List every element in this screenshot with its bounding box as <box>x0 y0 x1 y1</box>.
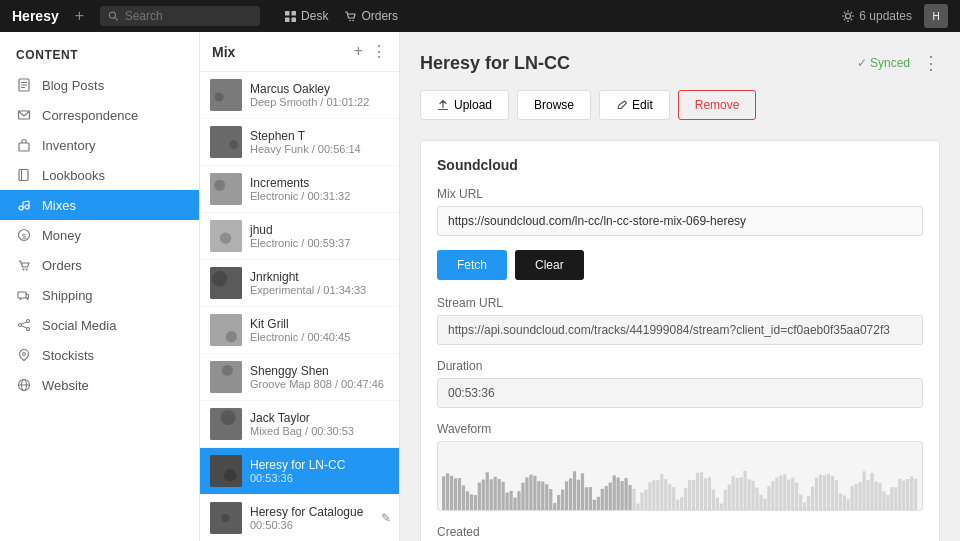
action-bar: Upload Browse Edit Remove <box>420 90 940 120</box>
svg-rect-171 <box>644 490 647 510</box>
sidebar-item-orders[interactable]: Orders <box>0 250 199 280</box>
mix-menu-button[interactable]: ⋮ <box>371 42 387 61</box>
sidebar-label-lookbooks: Lookbooks <box>42 168 105 183</box>
svg-rect-183 <box>668 484 671 510</box>
svg-rect-301 <box>902 480 905 510</box>
updates-indicator[interactable]: 6 updates <box>841 9 912 23</box>
fetch-clear-row: Fetch Clear <box>437 250 923 280</box>
svg-rect-153 <box>609 482 612 510</box>
mix-panel-title: Mix <box>212 44 235 60</box>
mix-list-item[interactable]: jhudElectronic / 00:59:37 <box>200 213 399 260</box>
sidebar-label-stockists: Stockists <box>42 348 94 363</box>
svg-rect-273 <box>847 499 850 510</box>
detail-title: Heresy for LN-CC <box>420 53 570 74</box>
svg-rect-297 <box>894 487 897 510</box>
mix-list-item[interactable]: Marcus OakleyDeep Smooth / 01:01:22 <box>200 72 399 119</box>
clear-button[interactable]: Clear <box>515 250 584 280</box>
mix-list-item[interactable]: JnrknightExperimental / 01:34:33 <box>200 260 399 307</box>
blog-posts-icon <box>16 77 32 93</box>
svg-rect-143 <box>589 487 592 510</box>
detail-panel: Heresy for LN-CC ✓ Synced ⋮ Upload Brows… <box>400 32 960 541</box>
mix-add-button[interactable]: + <box>354 42 363 61</box>
upload-button[interactable]: Upload <box>420 90 509 120</box>
sidebar-item-correspondence[interactable]: Correspondence <box>0 100 199 130</box>
detail-menu-button[interactable]: ⋮ <box>922 52 940 74</box>
sidebar-label-blog-posts: Blog Posts <box>42 78 104 93</box>
sidebar-item-money[interactable]: $ Money <box>0 220 199 250</box>
sidebar-item-shipping[interactable]: Shipping <box>0 280 199 310</box>
mix-url-input[interactable] <box>437 206 923 236</box>
svg-rect-139 <box>581 473 584 510</box>
mix-item-sub: Electronic / 00:31:32 <box>250 190 389 202</box>
svg-rect-141 <box>585 487 588 510</box>
svg-rect-145 <box>593 500 596 510</box>
mix-thumb <box>210 502 242 534</box>
search-input[interactable] <box>125 9 252 23</box>
sidebar-item-blog-posts[interactable]: Blog Posts <box>0 70 199 100</box>
mix-item-info: IncrementsElectronic / 00:31:32 <box>250 176 389 202</box>
svg-rect-299 <box>898 479 901 510</box>
svg-rect-83 <box>470 494 473 510</box>
svg-rect-285 <box>870 473 873 510</box>
mix-item-info: Marcus OakleyDeep Smooth / 01:01:22 <box>250 82 389 108</box>
inventory-icon <box>16 137 32 153</box>
fetch-button[interactable]: Fetch <box>437 250 507 280</box>
svg-rect-289 <box>878 483 881 510</box>
duration-field: Duration <box>437 359 923 408</box>
new-tab-button[interactable]: + <box>75 7 84 25</box>
svg-rect-91 <box>486 472 489 510</box>
mix-item-edit-icon[interactable]: ✎ <box>381 511 391 525</box>
nav-desk[interactable]: Desk <box>284 9 328 23</box>
mix-list-item[interactable]: Heresy for Catalogue00:50:36✎ <box>200 495 399 541</box>
svg-point-17 <box>19 206 23 210</box>
remove-button[interactable]: Remove <box>678 90 757 120</box>
mix-header-actions: + ⋮ <box>354 42 387 61</box>
svg-rect-245 <box>791 478 794 510</box>
svg-rect-293 <box>886 495 889 510</box>
svg-point-51 <box>222 365 233 376</box>
svg-point-30 <box>19 324 22 327</box>
svg-rect-115 <box>533 476 536 510</box>
waveform-svg <box>442 450 918 510</box>
sidebar-item-stockists[interactable]: Stockists <box>0 340 199 370</box>
mix-list-item[interactable]: Stephen THeavy Funk / 00:56:14 <box>200 119 399 166</box>
edit-button[interactable]: Edit <box>599 90 670 120</box>
mix-thumb <box>210 361 242 393</box>
svg-rect-267 <box>835 480 838 510</box>
mix-item-info: JnrknightExperimental / 01:34:33 <box>250 270 389 296</box>
sidebar-item-website[interactable]: Website <box>0 370 199 400</box>
mix-list-item[interactable]: IncrementsElectronic / 00:31:32 <box>200 166 399 213</box>
svg-point-47 <box>212 271 227 286</box>
top-nav: Desk Orders <box>284 9 398 23</box>
svg-rect-243 <box>787 480 790 510</box>
mix-list-item[interactable]: Jack TaylorMixed Bag / 00:30:53 <box>200 401 399 448</box>
avatar[interactable]: H <box>924 4 948 28</box>
sidebar-label-social-media: Social Media <box>42 318 116 333</box>
sidebar-item-lookbooks[interactable]: Lookbooks <box>0 160 199 190</box>
mix-item-sub: Groove Map 808 / 00:47:46 <box>250 378 389 390</box>
mix-list-item[interactable]: Kit GrillElectronic / 00:40:45 <box>200 307 399 354</box>
svg-point-28 <box>27 298 29 300</box>
mix-item-name: Marcus Oakley <box>250 82 389 96</box>
svg-rect-155 <box>613 475 616 510</box>
browse-button[interactable]: Browse <box>517 90 591 120</box>
waveform-label: Waveform <box>437 422 923 436</box>
edit-icon <box>616 100 627 111</box>
svg-text:$: $ <box>22 232 27 241</box>
mix-item-name: Jack Taylor <box>250 411 389 425</box>
mix-list-item[interactable]: Shenggy ShenGroove Map 808 / 00:47:46 <box>200 354 399 401</box>
svg-rect-75 <box>454 478 457 510</box>
svg-point-57 <box>221 514 230 523</box>
sidebar-item-mixes[interactable]: Mixes <box>0 190 199 220</box>
svg-rect-97 <box>498 479 501 510</box>
svg-point-25 <box>26 269 28 271</box>
sidebar-label-correspondence: Correspondence <box>42 108 138 123</box>
mix-list-item[interactable]: Heresy for LN-CC00:53:36 <box>200 448 399 495</box>
sidebar-item-inventory[interactable]: Inventory <box>0 130 199 160</box>
svg-rect-137 <box>577 480 580 510</box>
svg-rect-231 <box>763 499 766 510</box>
mix-item-name: Stephen T <box>250 129 389 143</box>
sidebar-item-social-media[interactable]: Social Media <box>0 310 199 340</box>
stream-url-field: Stream URL <box>437 296 923 345</box>
nav-orders[interactable]: Orders <box>344 9 398 23</box>
